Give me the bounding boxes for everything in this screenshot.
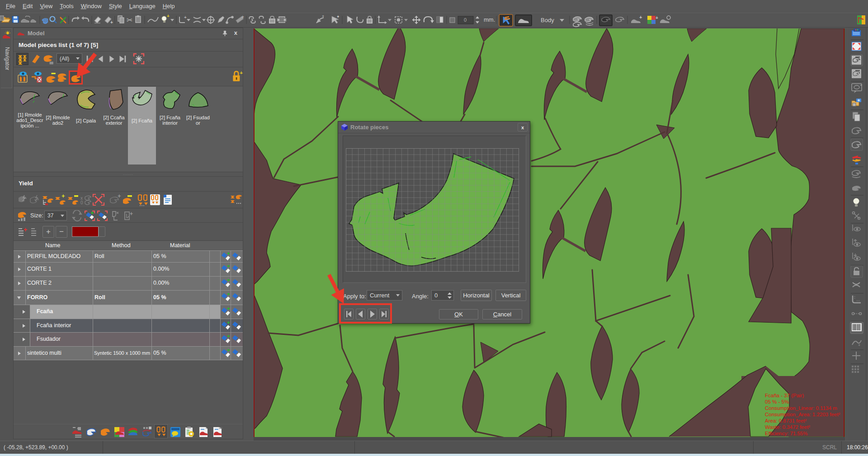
svg-text:+: + [184,15,187,20]
svg-text:Consumption_Linear: 0.1134 m: Consumption_Linear: 0.1134 m [765,405,837,411]
svg-text:Efficiency: 71.55%: Efficiency: 71.55% [765,431,807,436]
svg-text:Fcaña - 37 (Pair): Fcaña - 37 (Pair) [765,393,804,398]
svg-text:+: + [858,343,860,348]
svg-text:+: + [167,14,170,19]
svg-text:+: + [110,20,113,25]
svg-text:+: + [860,83,862,87]
svg-text:Waste: 0.3472 feet²: Waste: 0.3472 feet² [765,424,810,430]
svg-text:+: + [322,14,324,19]
svg-text:+: + [639,14,642,20]
svg-text:DS: DS [219,427,222,429]
svg-text:0: 0 [80,200,83,205]
svg-text:+: + [118,193,121,199]
svg-text:+: + [240,71,243,76]
svg-text:+: + [656,15,658,20]
svg-text:+: + [130,211,133,217]
svg-text:05 % - 5%: 05 % - 5% [765,399,789,404]
svg-text:Consumption_Area: 1.2203 feet²: Consumption_Area: 1.2203 feet² [765,412,840,417]
svg-text:Area: 0.8731 feet²: Area: 0.8731 feet² [765,418,807,423]
svg-text:mm.: mm. [484,16,495,23]
svg-text:+: + [241,14,244,19]
svg-text:✂: ✂ [127,16,132,24]
svg-text:+: + [24,226,27,233]
svg-text:+: + [61,193,65,199]
svg-text:Body: Body [541,17,554,24]
svg-text:✦: ✦ [336,14,340,19]
svg-text:0: 0 [464,17,467,23]
